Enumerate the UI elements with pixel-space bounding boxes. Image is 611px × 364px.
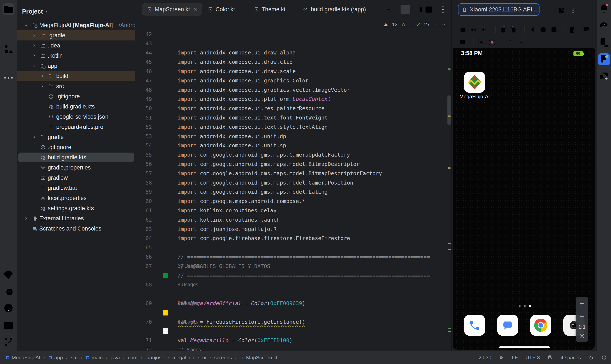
- hardware-input-button[interactable]: [459, 38, 467, 47]
- breadcrumb-megaflujoai[interactable]: MegaFlujoAI: [5, 355, 40, 361]
- breadcrumb-src[interactable]: src: [71, 355, 77, 361]
- tree-item-gradle.properties[interactable]: gradle.properties: [17, 163, 135, 173]
- editor-scrollbar[interactable]: [447, 19, 451, 350]
- tool-problems[interactable]: [2, 302, 14, 314]
- chevron-right-icon[interactable]: [31, 33, 37, 38]
- breadcrumb-app[interactable]: app: [48, 355, 63, 361]
- project-view-selector[interactable]: Project: [22, 8, 50, 15]
- tool-terminal[interactable]: [2, 320, 14, 332]
- chevron-right-icon[interactable]: [31, 135, 37, 140]
- next-problem-icon[interactable]: [441, 22, 446, 27]
- tree-item-google-services.json[interactable]: google-services.json: [17, 112, 135, 122]
- view-split-button[interactable]: [414, 5, 424, 14]
- status-indent-size[interactable]: 4 spaces: [560, 355, 581, 361]
- power-button[interactable]: [459, 26, 467, 34]
- tree-item-gradle[interactable]: gradle: [17, 132, 135, 142]
- screen-inspect-button[interactable]: [582, 26, 591, 34]
- usages-hint[interactable]: 8 Usages: [135, 280, 451, 289]
- usages-hint[interactable]: 2 Usages: [135, 317, 451, 327]
- screenshot-button[interactable]: [477, 38, 486, 47]
- editor-tab-build.gradle.kts[interactable]: build.gradle.kts (:app): [298, 3, 370, 15]
- upload-file-button[interactable]: [506, 38, 515, 47]
- usages-hint[interactable]: 17 Usages: [135, 262, 451, 271]
- scrollbar-thumb[interactable]: [447, 95, 451, 125]
- device-tab[interactable]: Xiaomi 22031116BG API...: [458, 3, 540, 16]
- view-list-button[interactable]: [401, 5, 410, 14]
- rotate-left-button[interactable]: [499, 26, 507, 34]
- tree-item-gradlew[interactable]: gradlew: [17, 173, 135, 183]
- tool-github-copilot[interactable]: [2, 286, 14, 298]
- usages-hint[interactable]: 12 Usages: [135, 345, 451, 351]
- close-tab-icon[interactable]: [193, 7, 198, 12]
- editor-tab-theme.kt[interactable]: Theme.kt: [249, 3, 290, 15]
- nav-back-button[interactable]: [528, 26, 537, 34]
- tree-item-build.gradle.kts[interactable]: build.gradle.kts: [17, 152, 135, 163]
- device-settings-button[interactable]: [568, 26, 577, 34]
- tool-notifications[interactable]: [598, 2, 610, 14]
- color-swatch[interactable]: [163, 328, 167, 334]
- status-encoding[interactable]: UTF-8: [526, 355, 540, 361]
- tree-item-local.properties[interactable]: local.properties: [17, 193, 135, 203]
- tree-item-external-libraries[interactable]: External Libraries: [17, 213, 135, 223]
- tool-version-control[interactable]: [2, 336, 14, 348]
- home-indicator[interactable]: [499, 346, 550, 348]
- chevron-right-icon[interactable]: [40, 84, 45, 89]
- breadcrumb-main[interactable]: main: [85, 355, 103, 361]
- prev-problem-icon[interactable]: [433, 22, 438, 27]
- tree-item-.gradle[interactable]: .gradle: [17, 30, 135, 40]
- chevron-right-icon[interactable]: [40, 74, 45, 78]
- status-indent-icon[interactable]: [548, 355, 553, 360]
- tree-item-build[interactable]: build: [17, 71, 135, 81]
- color-swatch[interactable]: [163, 273, 167, 278]
- tool-structure[interactable]: [2, 43, 14, 55]
- dock-phone-app[interactable]: [464, 315, 485, 336]
- breadcrumb-megaflujo[interactable]: megaflujo: [172, 355, 194, 361]
- status-code-style-indicator[interactable]: [499, 355, 504, 360]
- breadcrumb-ui[interactable]: ui: [202, 355, 206, 361]
- zoom-in-button[interactable]: +: [576, 299, 588, 308]
- nav-home-button[interactable]: [539, 26, 547, 34]
- tool-ai-assistant[interactable]: [598, 70, 610, 82]
- tree-item-.gitignore[interactable]: .gitignore: [17, 91, 135, 102]
- tool-running-devices[interactable]: [598, 53, 610, 65]
- dock-messages-app[interactable]: [497, 315, 518, 336]
- add-device-button[interactable]: [540, 6, 548, 14]
- editor-tab-color.kt[interactable]: Color.kt: [203, 3, 241, 15]
- tree-item-megaflujoai[interactable]: MegaFlujoAI [MegaFlujo-AI]~/Andro: [17, 20, 135, 30]
- volume-down-button[interactable]: [480, 26, 489, 34]
- tree-item-.kotlin[interactable]: .kotlin: [17, 51, 135, 61]
- breadcrumb-juanjose[interactable]: juanjose: [145, 355, 164, 361]
- tool-dependencies[interactable]: [2, 269, 14, 281]
- chevron-right-icon[interactable]: [31, 43, 37, 48]
- tree-item-app[interactable]: app: [17, 61, 135, 71]
- minimize-button[interactable]: [580, 6, 588, 14]
- editor-tab-mapscreen.kt[interactable]: MapScreen.kt: [142, 3, 202, 15]
- device-screen-mirror[interactable]: 3:58 PM 60 Mega: [453, 48, 595, 350]
- megaflujo-app-icon[interactable]: [464, 72, 485, 93]
- status-inspections-widget[interactable]: [601, 355, 607, 360]
- chevron-down-icon[interactable]: [31, 63, 37, 68]
- zoom-fit-button[interactable]: [579, 333, 585, 339]
- breadcrumb-com[interactable]: com: [128, 355, 137, 361]
- tool-device-manager[interactable]: [598, 37, 610, 48]
- tree-item-build.gradle.kts[interactable]: build.gradle.kts: [17, 102, 135, 112]
- dock-chrome-app[interactable]: [530, 315, 551, 336]
- chevron-right-icon[interactable]: [23, 216, 29, 221]
- tool-project[interactable]: [2, 3, 14, 15]
- volume-up-button[interactable]: [470, 26, 478, 34]
- chevron-right-icon[interactable]: [31, 53, 37, 58]
- breadcrumb-java[interactable]: java: [111, 355, 120, 361]
- nav-overview-button[interactable]: [550, 26, 558, 34]
- chevron-down-icon[interactable]: [23, 23, 29, 28]
- download-file-button[interactable]: [517, 38, 526, 47]
- editor-options-button[interactable]: [438, 5, 448, 14]
- more-options-button[interactable]: [569, 6, 577, 14]
- breadcrumb-mapscreen.kt[interactable]: MapScreen.kt: [240, 355, 278, 361]
- breadcrumb-screens[interactable]: screens: [214, 355, 232, 361]
- tree-item-.gitignore[interactable]: .gitignore: [17, 142, 135, 152]
- zoom-actual-button[interactable]: 1:1: [576, 324, 588, 330]
- screen-record-button[interactable]: [488, 38, 497, 47]
- tool-gradle[interactable]: [598, 19, 610, 31]
- status-caret-position[interactable]: 20:30: [479, 355, 491, 361]
- tree-item-.idea[interactable]: .idea: [17, 40, 135, 51]
